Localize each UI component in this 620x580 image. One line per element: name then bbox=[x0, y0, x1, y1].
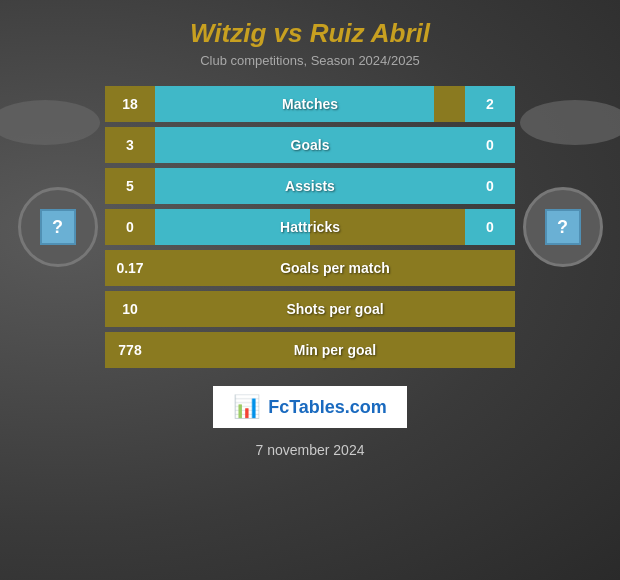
stat-bar-goals-per-match: Goals per match bbox=[155, 250, 515, 286]
stat-left-val-assists: 5 bbox=[105, 168, 155, 204]
logo-tables: Tables.com bbox=[289, 397, 387, 417]
header: Witzig vs Ruiz Abril Club competitions, … bbox=[170, 0, 450, 76]
right-avatar-question-icon: ? bbox=[545, 209, 581, 245]
stat-left-val-matches: 18 bbox=[105, 86, 155, 122]
stat-bar-matches: Matches bbox=[155, 86, 465, 122]
stat-bar-goals: Goals bbox=[155, 127, 465, 163]
right-avatar-circle: ? bbox=[523, 187, 603, 267]
stat-bar-min-per-goal: Min per goal bbox=[155, 332, 515, 368]
stat-bar-shots-per-goal: Shots per goal bbox=[155, 291, 515, 327]
stat-label-assists: Assists bbox=[155, 178, 465, 194]
stat-row-matches: 18Matches2 bbox=[105, 86, 515, 122]
stat-label-hattricks: Hattricks bbox=[155, 219, 465, 235]
logo-fc: Fc bbox=[268, 397, 289, 417]
right-player-avatar: ? bbox=[515, 127, 610, 327]
stat-bar-hattricks: Hattricks bbox=[155, 209, 465, 245]
logo-text: FcTables.com bbox=[268, 397, 387, 418]
stat-label-matches: Matches bbox=[155, 96, 465, 112]
stat-left-val-goals-per-match: 0.17 bbox=[105, 250, 155, 286]
stat-row-assists: 5Assists0 bbox=[105, 168, 515, 204]
main-container: Witzig vs Ruiz Abril Club competitions, … bbox=[0, 0, 620, 580]
logo-section: 📊 FcTables.com bbox=[213, 386, 407, 428]
stat-left-val-goals: 3 bbox=[105, 127, 155, 163]
stat-left-val-hattricks: 0 bbox=[105, 209, 155, 245]
main-content: ? 18Matches23Goals05Assists00Hattricks00… bbox=[0, 86, 620, 368]
left-avatar-circle: ? bbox=[18, 187, 98, 267]
date-section: 7 november 2024 bbox=[256, 442, 365, 458]
stat-left-val-min-per-goal: 778 bbox=[105, 332, 155, 368]
left-avatar-question-icon: ? bbox=[40, 209, 76, 245]
stat-label-shots-per-goal: Shots per goal bbox=[155, 301, 515, 317]
stat-row-hattricks: 0Hattricks0 bbox=[105, 209, 515, 245]
subtitle: Club competitions, Season 2024/2025 bbox=[190, 53, 430, 68]
stat-label-goals-per-match: Goals per match bbox=[155, 260, 515, 276]
page-title: Witzig vs Ruiz Abril bbox=[190, 18, 430, 49]
stat-right-val-hattricks: 0 bbox=[465, 209, 515, 245]
stat-bar-assists: Assists bbox=[155, 168, 465, 204]
stat-row-min-per-goal: 778Min per goal bbox=[105, 332, 515, 368]
date-text: 7 november 2024 bbox=[256, 442, 365, 458]
stat-right-val-matches: 2 bbox=[465, 86, 515, 122]
stat-row-shots-per-goal: 10Shots per goal bbox=[105, 291, 515, 327]
stats-table: 18Matches23Goals05Assists00Hattricks00.1… bbox=[105, 86, 515, 368]
stat-label-min-per-goal: Min per goal bbox=[155, 342, 515, 358]
stat-right-val-assists: 0 bbox=[465, 168, 515, 204]
left-player-avatar: ? bbox=[10, 127, 105, 327]
stat-row-goals-per-match: 0.17Goals per match bbox=[105, 250, 515, 286]
stat-label-goals: Goals bbox=[155, 137, 465, 153]
logo-chart-icon: 📊 bbox=[233, 394, 260, 420]
stat-right-val-goals: 0 bbox=[465, 127, 515, 163]
stat-left-val-shots-per-goal: 10 bbox=[105, 291, 155, 327]
stat-row-goals: 3Goals0 bbox=[105, 127, 515, 163]
